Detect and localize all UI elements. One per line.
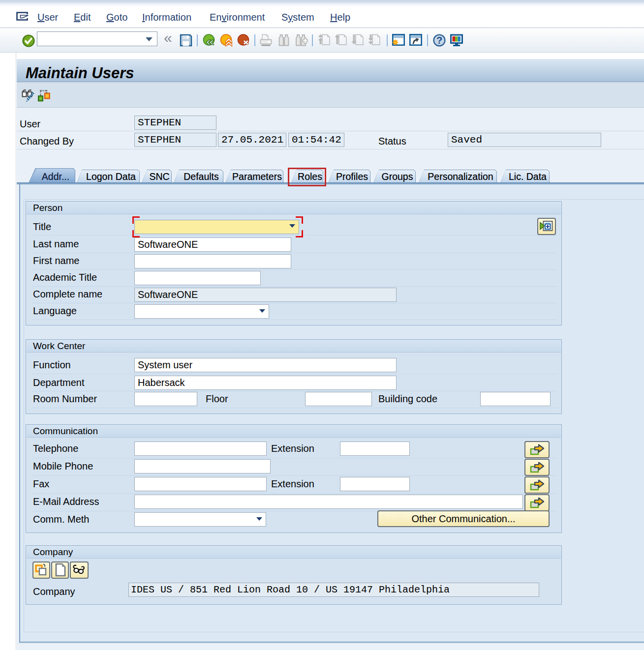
svg-text:?: ? bbox=[436, 35, 442, 46]
